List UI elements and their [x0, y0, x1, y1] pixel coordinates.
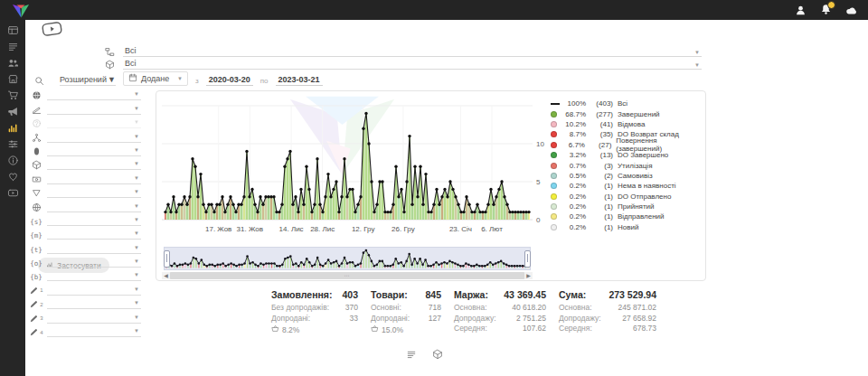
panel-filter-row-15[interactable]: 1▼ [25, 281, 146, 295]
legend-item[interactable]: 68.7%(277)Завершений [551, 108, 703, 118]
panel-filter-select[interactable]: ▼ [47, 297, 141, 309]
panel-filter-select[interactable]: ▼ [47, 312, 141, 324]
panel-filter-row-13[interactable]: {o}▼ [25, 254, 146, 268]
legend-item[interactable]: 0.2%(1)Нема в наявності [551, 181, 703, 191]
legend-percent: 8.7% [562, 130, 586, 138]
chart-scrollbar[interactable]: ◀ ⋯ ▶ [162, 272, 533, 279]
panel-filter-row-5[interactable]: ▼ [25, 143, 146, 156]
assistant-icon[interactable] [845, 5, 857, 16]
legend-percent: 0.5% [562, 172, 586, 180]
legend-item[interactable]: 0.2%(1)Відправлений [551, 212, 703, 221]
panel-filter-row-12[interactable]: {t}▼ [25, 240, 146, 253]
sidebar-item-dashboard[interactable] [0, 24, 25, 40]
panel-filter-select[interactable]: ▼ [47, 158, 141, 170]
legend-item[interactable]: 6.7%(27)Повернення (завершений) [551, 140, 703, 150]
panel-filter-row-1[interactable]: ▼ [25, 87, 146, 100]
stat-sub-label: Середня: [454, 324, 487, 334]
status-filter[interactable]: Всі▼ [105, 46, 702, 57]
panel-filter-row-18[interactable]: 4▼ [25, 324, 146, 337]
package-icon[interactable] [432, 349, 443, 360]
navigator-right-handle[interactable] [524, 250, 531, 268]
search-icon[interactable] [34, 76, 44, 86]
legend-count: (1) [590, 182, 613, 190]
legend-item[interactable]: 100%(403)Всі [551, 99, 703, 108]
sidebar-item-customers[interactable] [0, 56, 25, 72]
panel-filter-select[interactable]: ▼ [47, 173, 141, 184]
legend-item[interactable]: 0.5%(2)Самовивіз [551, 171, 703, 181]
legend-item[interactable]: 0.2%(1)DO Отправлено [551, 192, 703, 202]
search-mode-select[interactable]: Розширений▼ [60, 75, 116, 86]
sidebar-item-video-guide[interactable] [0, 186, 25, 202]
panel-filter-select[interactable]: ▼ [47, 325, 141, 337]
panel-filter-row-4[interactable]: ▼ [25, 128, 146, 142]
chart-navigator[interactable] [164, 247, 531, 270]
panel-filter-row-16[interactable]: 2▼ [25, 296, 146, 309]
date-field-select[interactable]: Додане▼ [123, 71, 188, 86]
panel-filter-row-3[interactable]: ▼ [25, 115, 146, 128]
panel-filter-row-7[interactable]: ▼ [25, 170, 146, 183]
legend-item[interactable]: 10.2%(41)Відмова [551, 119, 703, 129]
panel-filter-select[interactable]: ▼ [47, 117, 141, 128]
chevron-down-icon: ▼ [694, 62, 700, 68]
chart-legend: 100%(403)Всі68.7%(277)Завершений10.2%(41… [551, 99, 703, 232]
search-mode-value: Розширений [60, 75, 107, 84]
panel-filter-select[interactable]: ▼ [47, 186, 141, 198]
sidebar-item-about[interactable] [0, 154, 25, 170]
stat-value: 273 529.94 [609, 289, 656, 300]
panel-filter-row-9[interactable]: ▼ [25, 198, 146, 212]
panel-filter-row-8[interactable]: ▼ [25, 184, 146, 198]
sidebar-item-settings[interactable] [0, 137, 25, 154]
panel-filter-row-6[interactable]: ▼ [25, 156, 146, 170]
product-filter[interactable]: Всі▼ [105, 59, 702, 70]
panel-filter-row-14[interactable]: {b}▼ [25, 268, 146, 281]
panel-filter-select[interactable]: ▼ [47, 103, 141, 115]
legend-percent: 3.2% [562, 151, 586, 159]
panel-filter-select[interactable]: ▼ [47, 269, 141, 281]
sidebar-item-analytics[interactable] [0, 121, 25, 137]
panel-filter-row-11[interactable]: {m}▼ [25, 226, 146, 240]
panel-filter-select[interactable]: ▼ [47, 228, 141, 240]
sidebar-item-campaigns[interactable] [0, 105, 25, 121]
play-card-icon[interactable] [42, 22, 62, 40]
legend-count: (1) [590, 202, 613, 211]
stat-sub-label: Без допродажів: [271, 303, 329, 314]
panel-filter-select[interactable]: ▼ [47, 89, 141, 100]
legend-item[interactable]: 0.2%(1)Новий [551, 222, 703, 232]
upsell-percent: 8.2% [282, 325, 299, 334]
panel-filter-row-17[interactable]: 3▼ [25, 309, 146, 323]
legend-item[interactable]: 0.7%(3)Утилізація [551, 160, 703, 170]
scrollbar-thumb[interactable]: ⋯ [170, 272, 524, 279]
panel-filter-select[interactable]: ▼ [47, 145, 141, 156]
panel-filter-select[interactable]: ▼ [47, 256, 141, 268]
list-icon[interactable] [406, 349, 417, 360]
sidebar-item-support[interactable] [0, 170, 25, 186]
cart-icon [7, 89, 19, 105]
legend-color-swatch [551, 152, 557, 158]
sidebar-item-cart[interactable] [0, 89, 25, 105]
date-to-input[interactable]: 2023-03-21 [276, 75, 323, 86]
info-icon [7, 154, 19, 170]
scroll-left-arrow[interactable]: ◀ [162, 272, 170, 279]
topbar [0, 0, 868, 20]
sidebar-item-store[interactable] [0, 72, 25, 89]
navigator-left-handle[interactable] [164, 250, 170, 268]
panel-filter-select[interactable]: ▼ [47, 131, 141, 143]
date-from-input[interactable]: 2020-03-20 [206, 75, 253, 86]
notifications-bell-icon[interactable] [820, 4, 832, 17]
panel-filter-select[interactable]: ▼ [47, 284, 141, 296]
panel-filter-row-2[interactable]: ▼ [25, 100, 146, 114]
status-filter-value: Всі [125, 46, 137, 55]
legend-item[interactable]: 0.2%(1)Прийнятий [551, 202, 703, 212]
app-logo[interactable] [11, 3, 31, 18]
panel-filter-select[interactable]: ▼ [47, 242, 141, 254]
sidebar-item-orders[interactable] [0, 40, 25, 56]
panel-filter-row-10[interactable]: {s}▼ [25, 212, 146, 226]
svg-text:14. Лис: 14. Лис [279, 225, 304, 233]
user-icon[interactable] [795, 5, 807, 16]
stat-sub-label: Допродані: [371, 314, 410, 324]
panel-filter-select[interactable]: ▼ [47, 214, 141, 226]
panel-filter-select[interactable]: ▼ [47, 201, 141, 212]
legend-color-swatch [551, 163, 557, 169]
scroll-right-arrow[interactable]: ▶ [524, 272, 533, 279]
topbar-actions [795, 4, 857, 17]
